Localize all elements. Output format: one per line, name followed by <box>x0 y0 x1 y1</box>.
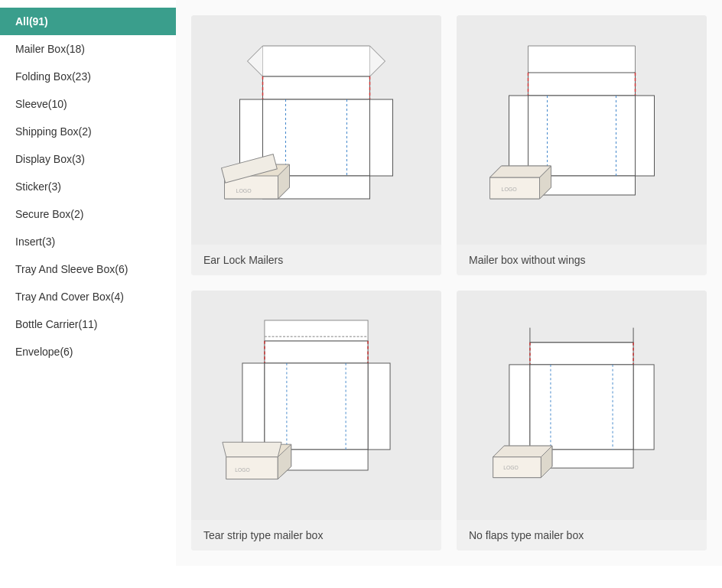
sidebar-item-envelope[interactable]: Envelope(6) <box>0 338 176 365</box>
svg-rect-50 <box>633 365 654 450</box>
sidebar-item-secure-box[interactable]: Secure Box(2) <box>0 200 176 228</box>
svg-text:LOGO: LOGO <box>235 467 250 473</box>
product-grid: LOGO Ear Lock Mailers <box>191 15 707 551</box>
svg-rect-46 <box>530 343 633 365</box>
sidebar-item-all[interactable]: All(91) <box>0 8 176 35</box>
svg-rect-34 <box>242 363 265 450</box>
svg-rect-36 <box>265 363 368 450</box>
sidebar-item-sleeve[interactable]: Sleeve(10) <box>0 90 176 118</box>
main-content: LOGO Ear Lock Mailers <box>176 0 722 566</box>
sidebar-item-mailer-box[interactable]: Mailer Box(18) <box>0 35 176 63</box>
sidebar-item-insert[interactable]: Insert(3) <box>0 228 176 255</box>
svg-rect-4 <box>370 99 393 176</box>
svg-rect-29 <box>265 320 368 341</box>
sidebar-item-display-box[interactable]: Display Box(3) <box>0 145 176 173</box>
sidebar-item-sticker[interactable]: Sticker(3) <box>0 173 176 200</box>
product-card-tear-strip[interactable]: LOGO Tear strip type mailer box <box>191 291 441 551</box>
sidebar-item-shipping-box[interactable]: Shipping Box(2) <box>0 118 176 145</box>
svg-marker-41 <box>226 457 278 479</box>
svg-text:LOGO: LOGO <box>236 188 252 193</box>
product-card-no-wings[interactable]: LOGO Mailer box without wings <box>457 15 707 275</box>
svg-text:LOGO: LOGO <box>503 465 519 470</box>
product-image-tear-strip: LOGO <box>191 291 441 520</box>
product-label-no-wings: Mailer box without wings <box>457 245 707 275</box>
svg-rect-19 <box>528 96 636 176</box>
sidebar: All(91) Mailer Box(18) Folding Box(23) S… <box>0 0 176 566</box>
sidebar-item-folding-box[interactable]: Folding Box(23) <box>0 63 176 90</box>
product-label-tear-strip: Tear strip type mailer box <box>191 520 441 551</box>
svg-rect-18 <box>636 96 655 176</box>
sidebar-item-tray-sleeve[interactable]: Tray And Sleeve Box(6) <box>0 255 176 283</box>
product-image-no-flaps: LOGO <box>457 291 707 520</box>
svg-rect-17 <box>509 96 528 176</box>
product-image-ear-lock: LOGO <box>191 15 441 245</box>
svg-marker-43 <box>223 442 281 456</box>
svg-rect-31 <box>265 341 368 363</box>
svg-rect-0 <box>263 76 370 99</box>
svg-rect-49 <box>509 365 530 450</box>
product-label-no-flaps: No flaps type mailer box <box>457 520 707 551</box>
sidebar-item-bottle-carrier[interactable]: Bottle Carrier(11) <box>0 310 176 338</box>
svg-rect-14 <box>528 73 636 96</box>
sidebar-item-tray-cover[interactable]: Tray And Cover Box(4) <box>0 283 176 310</box>
product-image-no-wings: LOGO <box>457 15 707 245</box>
svg-text:LOGO: LOGO <box>502 187 518 192</box>
svg-rect-35 <box>368 363 390 450</box>
product-label-ear-lock: Ear Lock Mailers <box>191 245 441 275</box>
svg-rect-51 <box>530 365 633 450</box>
product-card-ear-lock[interactable]: LOGO Ear Lock Mailers <box>191 15 441 275</box>
product-card-no-flaps[interactable]: LOGO No flaps type mailer box <box>457 291 707 551</box>
